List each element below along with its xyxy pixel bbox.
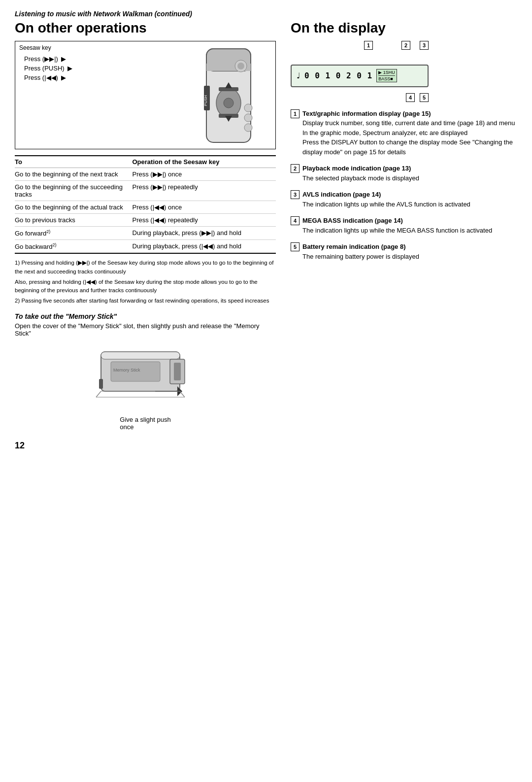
display-items-list: 1Text/graphic information display (page …: [291, 109, 517, 262]
svg-point-4: [224, 98, 233, 108]
display-indicators: ▶ 1SHU BASS■: [376, 69, 397, 82]
press-ff-row: Press (▶▶|) ▶: [24, 55, 72, 63]
item-line: The indication lights up while the MEGA …: [302, 227, 492, 234]
badge-4: 4: [406, 93, 415, 102]
footnote-item: 1) Pressing and holding (▶▶|) of the See…: [15, 259, 276, 276]
badge-2: 2: [401, 41, 410, 50]
memory-stick-heading: To take out the "Memory Stick": [15, 312, 276, 320]
table-cell-to: Go to previous tracks: [15, 213, 133, 226]
svg-point-12: [237, 63, 244, 69]
right-title: On the display: [291, 21, 517, 36]
badge-row-bottom: 4 5: [291, 93, 429, 102]
device-illustration: PUSH: [172, 44, 270, 147]
right-column: On the display 1 2 3 ♩ 0 0 1 0 2 0 1 ▶ 1…: [291, 21, 517, 431]
page-header: Listening to music with Network Walkman …: [15, 10, 517, 18]
memory-stick-section: To take out the "Memory Stick" Open the …: [15, 312, 276, 431]
item-title: MEGA BASS indication (page 14): [302, 217, 403, 224]
press-push-label: Press (PUSH): [24, 65, 65, 72]
stick-illustration: Memory Stick Give a slight push once: [15, 342, 276, 431]
table-cell-to: Go forward2): [15, 226, 133, 239]
indicator-bottom: BASS■: [378, 76, 395, 81]
display-item: 5Battery remain indication (page 8)The r…: [291, 242, 517, 261]
svg-line-25: [96, 391, 101, 397]
display-numbers: 0 0 1 0 2 0 1: [304, 71, 372, 80]
badge-top-spacer: [291, 41, 355, 50]
table-cell-op: Press (▶▶|) once: [133, 168, 276, 180]
item-line: The indication lights up while the AVLS …: [302, 201, 470, 208]
table-cell-to: Go to the beginning of the succeeding tr…: [15, 180, 133, 201]
table-cell-to: Go to the beginning of the actual track: [15, 201, 133, 213]
table-row: Go to previous tracksPress (|◀◀) repeate…: [15, 213, 276, 226]
table-row: Go to the beginning of the actual trackP…: [15, 201, 276, 213]
table-row: Go forward2)During playback, press (▶▶|)…: [15, 226, 276, 239]
memory-stick-drawing: Memory Stick: [86, 342, 204, 416]
svg-point-15: [244, 124, 252, 132]
badge-5: 5: [420, 93, 429, 102]
item-badge-2: 2: [291, 164, 299, 173]
press-push-row: Press (PUSH) ▶: [24, 65, 72, 72]
svg-rect-21: [99, 379, 103, 389]
item-badge-4: 4: [291, 216, 299, 225]
push-arrow: ▶: [67, 65, 72, 72]
seesaw-label: Seesaw key: [19, 44, 51, 51]
rew-arrow: ▶: [61, 74, 66, 81]
table-header-op: Operation of the Seesaw key: [133, 156, 276, 168]
item-title: Playback mode indication (page 13): [302, 165, 411, 172]
badge-1: 1: [364, 41, 373, 50]
display-item: 3AVLS indication (page 14)The indication…: [291, 190, 517, 209]
item-badge-3: 3: [291, 190, 299, 199]
item-line: Press the DISPLAY button to change the d…: [302, 138, 513, 156]
display-item: 1Text/graphic information display (page …: [291, 109, 517, 157]
table-cell-op: During playback, press (▶▶|) and hold: [133, 226, 276, 239]
diagram-device: Press (▶▶|) ▶ Press (PUSH) ▶ Press (|◀◀)…: [24, 55, 72, 81]
svg-rect-20: [174, 363, 181, 380]
display-wrapper: 1 2 3 ♩ 0 0 1 0 2 0 1 ▶ 1SHU BASS■ 4 5: [291, 41, 517, 102]
svg-line-26: [180, 391, 185, 397]
left-title: On other operations: [15, 21, 276, 36]
svg-point-14: [244, 114, 252, 122]
indicator-top: ▶ 1SHU: [378, 70, 395, 76]
item-line: Display truck number, song title, curren…: [302, 119, 515, 127]
item-line: In the graphic mode, Spectrum analyzer, …: [302, 129, 467, 136]
item-badge-5: 5: [291, 242, 299, 251]
display-item: 2Playback mode indication (page 13)The s…: [291, 164, 517, 183]
left-column: On other operations Seesaw key Press (▶▶…: [15, 21, 276, 431]
table-row: Go backward2)During playback, press (|◀◀…: [15, 240, 276, 254]
svg-text:Memory Stick: Memory Stick: [113, 368, 140, 373]
table-row: Go to the beginning of the succeeding tr…: [15, 180, 276, 201]
item-title: Battery remain indication (page 8): [302, 243, 406, 250]
table-row: Go to the beginning of the next trackPre…: [15, 168, 276, 180]
device-diagram: Seesaw key Press (▶▶|) ▶ Press (PUSH) ▶ …: [15, 41, 276, 149]
item-title: AVLS indication (page 14): [302, 191, 381, 198]
stick-caption: Give a slight push once: [120, 416, 170, 431]
footnote-item: 2) Passing five seconds after starting f…: [15, 297, 276, 305]
item-text: MEGA BASS indication (page 14)The indica…: [302, 216, 492, 235]
note-icon: ♩: [297, 71, 300, 80]
table-cell-to: Go backward2): [15, 240, 133, 254]
item-text: Playback mode indication (page 13)The se…: [302, 164, 419, 183]
item-text: AVLS indication (page 14)The indication …: [302, 190, 470, 209]
table-cell-op: Press (|◀◀) once: [133, 201, 276, 213]
item-text: Text/graphic information display (page 1…: [302, 109, 517, 157]
press-rew-label: Press (|◀◀): [24, 74, 58, 81]
operations-table: To Operation of the Seesaw key Go to the…: [15, 155, 276, 254]
item-title: Text/graphic information display (page 1…: [302, 110, 431, 117]
ff-arrow: ▶: [61, 55, 66, 63]
press-ff-label: Press (▶▶|): [24, 55, 58, 63]
svg-point-13: [244, 104, 252, 112]
svg-rect-17: [101, 352, 180, 359]
display-item: 4MEGA BASS indication (page 14)The indic…: [291, 216, 517, 235]
footnotes: 1) Pressing and holding (▶▶|) of the See…: [15, 259, 276, 305]
table-cell-op: Press (|◀◀) repeatedly: [133, 213, 276, 226]
svg-text:PUSH: PUSH: [203, 95, 208, 105]
press-rew-row: Press (|◀◀) ▶: [24, 74, 72, 81]
item-text: Battery remain indication (page 8)The re…: [302, 242, 419, 261]
item-badge-1: 1: [291, 109, 299, 118]
table-header-to: To: [15, 156, 133, 168]
display-box: ♩ 0 0 1 0 2 0 1 ▶ 1SHU BASS■: [291, 65, 429, 87]
memory-stick-text: Open the cover of the "Memory Stick" slo…: [15, 322, 276, 337]
item-line: The selected playback mode is displayed: [302, 174, 419, 182]
table-cell-op: Press (▶▶|) repeatedly: [133, 180, 276, 201]
page-number: 12: [15, 441, 517, 451]
badge-row-top: 1 2 3: [291, 41, 429, 50]
